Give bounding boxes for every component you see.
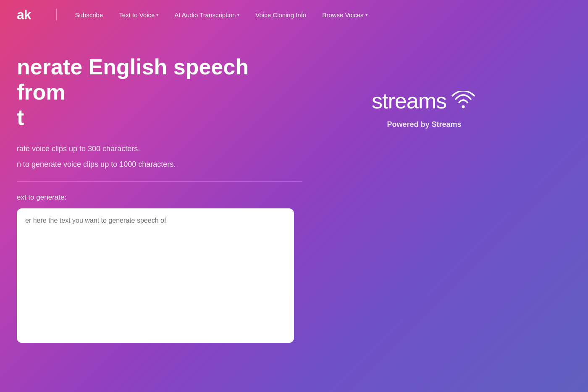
powered-by-text: Powered by Streams xyxy=(387,120,461,129)
hero-title-line2: t xyxy=(17,105,24,129)
hero-subtitle-line1: rate voice clips up to 300 characters. xyxy=(17,142,302,155)
nav-item-ai-transcription[interactable]: AI Audio Transcription ▾ xyxy=(168,8,245,22)
text-to-voice-link[interactable]: Text to Voice ▾ xyxy=(113,8,164,22)
voice-cloning-link[interactable]: Voice Cloning Info xyxy=(249,8,312,22)
hero-right-panel: streams Powered by Streams xyxy=(302,55,571,129)
hero-section: nerate English speech from t rate voice … xyxy=(0,29,588,361)
hero-title: nerate English speech from t xyxy=(17,55,302,130)
nav-item-voice-cloning[interactable]: Voice Cloning Info xyxy=(249,8,312,22)
powered-by-prefix: Powered by xyxy=(387,120,431,129)
nav-item-browse-voices[interactable]: Browse Voices ▾ xyxy=(316,8,373,22)
speech-text-input[interactable] xyxy=(17,208,294,343)
navbar: ak Subscribe Text to Voice ▾ AI Audio Tr… xyxy=(0,0,588,29)
logo[interactable]: ak xyxy=(17,7,31,23)
chevron-down-icon-3: ▾ xyxy=(365,13,368,17)
svg-point-0 xyxy=(462,105,465,108)
hero-title-line1: nerate English speech from xyxy=(17,55,249,104)
ai-transcription-label: AI Audio Transcription xyxy=(174,11,236,18)
hero-divider xyxy=(17,181,302,182)
nav-links: Subscribe Text to Voice ▾ AI Audio Trans… xyxy=(69,8,373,22)
ai-transcription-link[interactable]: AI Audio Transcription ▾ xyxy=(168,8,245,22)
chevron-down-icon: ▾ xyxy=(156,13,158,17)
streams-brand-text: streams xyxy=(372,88,446,113)
streams-logo: streams xyxy=(372,88,477,113)
chevron-down-icon-2: ▾ xyxy=(237,13,239,17)
nav-item-text-to-voice[interactable]: Text to Voice ▾ xyxy=(113,8,164,22)
hero-subtitle-line2: n to generate voice clips up to 1000 cha… xyxy=(17,158,302,171)
powered-by-brand: Streams xyxy=(431,120,461,129)
browse-voices-link[interactable]: Browse Voices ▾ xyxy=(316,8,373,22)
hero-left-panel: nerate English speech from t rate voice … xyxy=(17,55,302,345)
text-to-voice-label: Text to Voice xyxy=(119,11,155,18)
browse-voices-label: Browse Voices xyxy=(322,11,363,18)
nav-divider xyxy=(56,9,57,21)
subscribe-link[interactable]: Subscribe xyxy=(69,8,109,22)
streams-waves-icon xyxy=(450,91,477,111)
nav-item-subscribe[interactable]: Subscribe xyxy=(69,8,109,22)
textarea-wrapper xyxy=(17,208,294,345)
text-to-generate-label: ext to generate: xyxy=(17,193,302,202)
